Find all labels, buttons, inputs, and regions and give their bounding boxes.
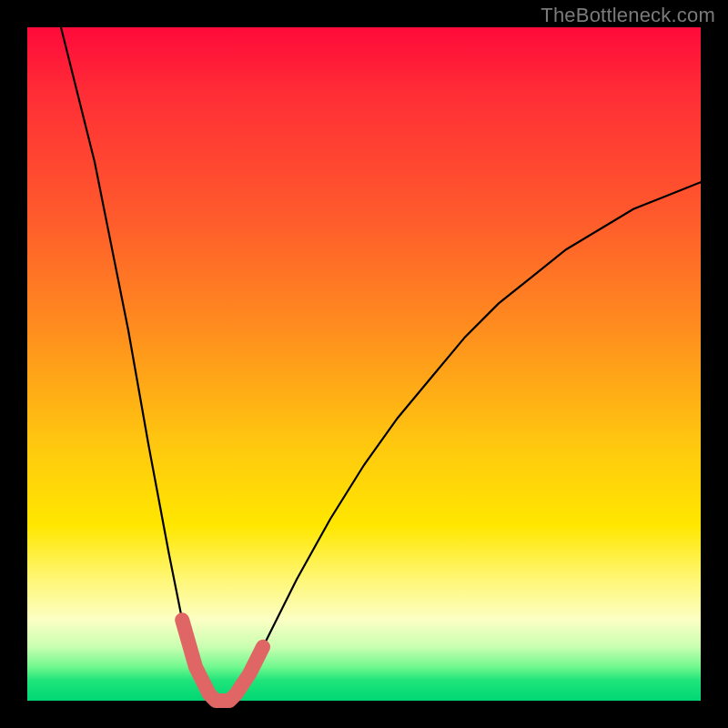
watermark-label: TheBottleneck.com — [541, 4, 715, 27]
plot-area — [27, 27, 701, 701]
curve-layer — [27, 27, 701, 701]
bottleneck-curve — [61, 27, 701, 701]
trough-marker — [182, 620, 263, 701]
chart-frame: TheBottleneck.com — [0, 0, 728, 728]
